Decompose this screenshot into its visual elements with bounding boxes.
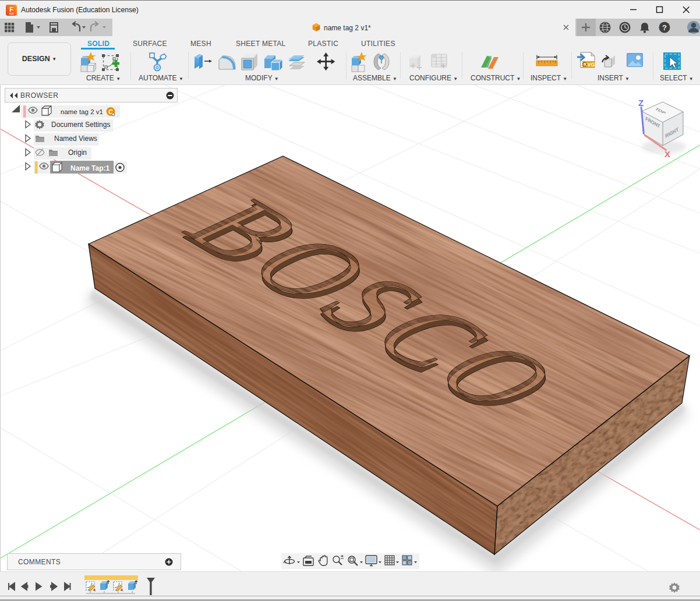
svg-text:name tag 2 v1: name tag 2 v1 [61, 108, 103, 115]
svg-text:FUS: FUS [9, 13, 14, 15]
svg-text:F: F [9, 6, 13, 13]
svg-text:?: ? [662, 23, 667, 32]
svg-text:Named Views: Named Views [54, 135, 97, 143]
svg-text:Z: Z [638, 98, 644, 108]
svg-text:Document Settings: Document Settings [51, 121, 110, 129]
svg-text:X: X [664, 149, 670, 159]
svg-text:Name Tap:1: Name Tap:1 [70, 164, 109, 172]
svg-text:Origin: Origin [68, 149, 87, 157]
